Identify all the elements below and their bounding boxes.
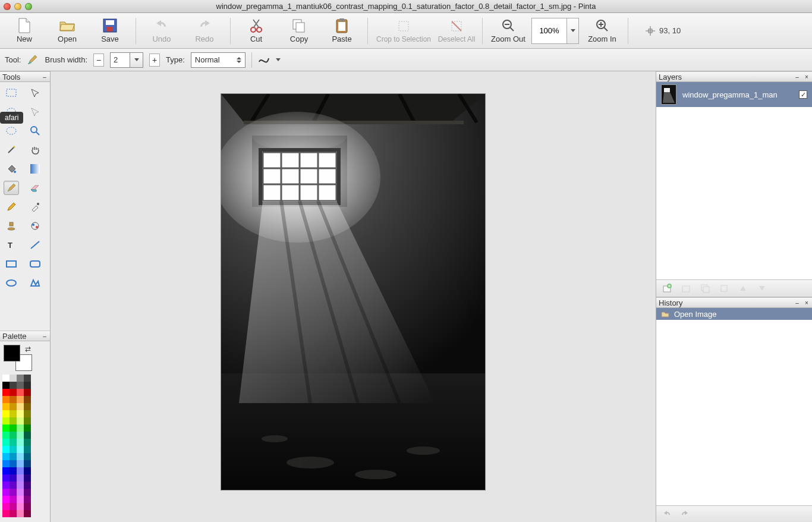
new-button[interactable]: New <box>5 15 44 47</box>
palette-color[interactable] <box>10 410 17 417</box>
palette-color[interactable] <box>24 403 31 410</box>
ellipse-select-tool[interactable] <box>4 124 19 138</box>
canvas-area[interactable] <box>50 71 656 522</box>
paintbrush-tool[interactable] <box>4 181 19 195</box>
palette-color[interactable] <box>2 375 10 382</box>
palette-panel-collapse[interactable]: – <box>42 333 48 339</box>
gradient-tool[interactable] <box>27 162 43 176</box>
palette-color[interactable] <box>10 496 17 503</box>
palette-color[interactable] <box>17 389 24 396</box>
palette-color[interactable] <box>24 396 31 403</box>
palette-color[interactable] <box>24 382 31 389</box>
swap-colors-icon[interactable]: ⇄ <box>25 345 31 353</box>
palette-color[interactable] <box>2 474 10 482</box>
palette-color[interactable] <box>24 432 31 439</box>
layer-visibility-checkbox[interactable]: ✓ <box>799 90 807 99</box>
palette-color[interactable] <box>10 396 17 403</box>
line-tool[interactable] <box>27 238 43 252</box>
palette-color[interactable] <box>17 474 24 482</box>
palette-color[interactable] <box>24 474 31 482</box>
color-picker-tool[interactable] <box>27 200 43 214</box>
palette-color[interactable] <box>10 510 17 517</box>
history-item[interactable]: Open Image <box>656 308 812 320</box>
palette-color[interactable] <box>17 510 24 517</box>
palette-color[interactable] <box>17 439 24 446</box>
cut-button[interactable]: Cut <box>237 15 276 47</box>
palette-color[interactable] <box>17 403 24 410</box>
palette-color[interactable] <box>17 460 24 467</box>
eraser-tool[interactable] <box>27 181 43 195</box>
palette-color[interactable] <box>10 432 17 439</box>
palette-color[interactable] <box>17 417 24 424</box>
palette-color[interactable] <box>10 389 17 396</box>
zoom-in-button[interactable]: Zoom In <box>583 15 622 47</box>
layers-panel-collapse[interactable]: – <box>794 74 800 80</box>
palette-color[interactable] <box>10 424 17 432</box>
deselect-all-button[interactable]: Deselect All <box>437 15 476 47</box>
palette-color[interactable] <box>17 396 24 403</box>
palette-color[interactable] <box>10 417 17 424</box>
text-tool[interactable]: T <box>4 238 19 252</box>
palette-color[interactable] <box>2 403 10 410</box>
palette-color[interactable] <box>17 375 24 382</box>
palette-color[interactable] <box>24 489 31 496</box>
palette-color[interactable] <box>2 482 10 489</box>
pan-tool[interactable] <box>27 143 43 157</box>
palette-color[interactable] <box>2 439 10 446</box>
palette-color[interactable] <box>24 503 31 510</box>
palette-color[interactable] <box>24 446 31 453</box>
palette-color[interactable] <box>24 453 31 460</box>
palette-color[interactable] <box>2 446 10 453</box>
palette-color[interactable] <box>24 389 31 396</box>
palette-color[interactable] <box>2 424 10 432</box>
brush-width-dropdown[interactable] <box>130 52 143 68</box>
palette-color[interactable] <box>2 432 10 439</box>
history-panel-close[interactable]: × <box>804 300 810 306</box>
history-panel-collapse[interactable]: – <box>794 300 800 306</box>
zoom-tool[interactable] <box>27 124 43 138</box>
move-selected-tool[interactable] <box>27 86 43 100</box>
palette-color[interactable] <box>24 410 31 417</box>
palette-color[interactable] <box>10 467 17 474</box>
paste-button[interactable]: Paste <box>322 15 361 47</box>
window-zoom-button[interactable] <box>25 3 32 10</box>
palette-color[interactable] <box>2 396 10 403</box>
undo-button[interactable]: Undo <box>142 15 181 47</box>
layer-row[interactable]: window_pregamma_1_man ✓ <box>656 82 812 107</box>
palette-color[interactable] <box>17 489 24 496</box>
recolor-tool[interactable] <box>27 219 43 233</box>
palette-color[interactable] <box>2 453 10 460</box>
palette-color[interactable] <box>24 496 31 503</box>
palette-color[interactable] <box>2 417 10 424</box>
palette-color[interactable] <box>2 382 10 389</box>
paint-bucket-tool[interactable] <box>4 162 19 176</box>
save-button[interactable]: Save <box>90 15 130 47</box>
stroke-style-icon[interactable] <box>258 56 270 64</box>
window-minimize-button[interactable] <box>14 3 21 10</box>
brush-type-select[interactable]: Normal <box>191 52 246 68</box>
palette-color[interactable] <box>10 382 17 389</box>
rectangle-select-tool[interactable] <box>4 86 19 100</box>
palette-color[interactable] <box>2 460 10 467</box>
palette-color[interactable] <box>17 410 24 417</box>
palette-color[interactable] <box>17 382 24 389</box>
tools-panel-collapse[interactable]: – <box>42 74 48 80</box>
palette-color[interactable] <box>10 453 17 460</box>
palette-color[interactable] <box>10 503 17 510</box>
palette-color[interactable] <box>2 389 10 396</box>
palette-color[interactable] <box>10 474 17 482</box>
palette-color[interactable] <box>10 403 17 410</box>
zoom-level-control[interactable]: 100% <box>531 18 579 44</box>
layers-panel-close[interactable]: × <box>804 74 810 80</box>
zoom-out-button[interactable]: Zoom Out <box>489 15 528 47</box>
palette-color[interactable] <box>24 460 31 467</box>
palette-color[interactable] <box>10 446 17 453</box>
brush-width-decrement[interactable]: − <box>93 54 104 67</box>
palette-color[interactable] <box>10 439 17 446</box>
palette-color[interactable] <box>2 503 10 510</box>
redo-button[interactable]: Redo <box>185 15 224 47</box>
palette-color[interactable] <box>17 503 24 510</box>
rounded-rectangle-tool[interactable] <box>27 257 43 271</box>
clone-stamp-tool[interactable] <box>4 219 19 233</box>
palette-color[interactable] <box>24 510 31 517</box>
